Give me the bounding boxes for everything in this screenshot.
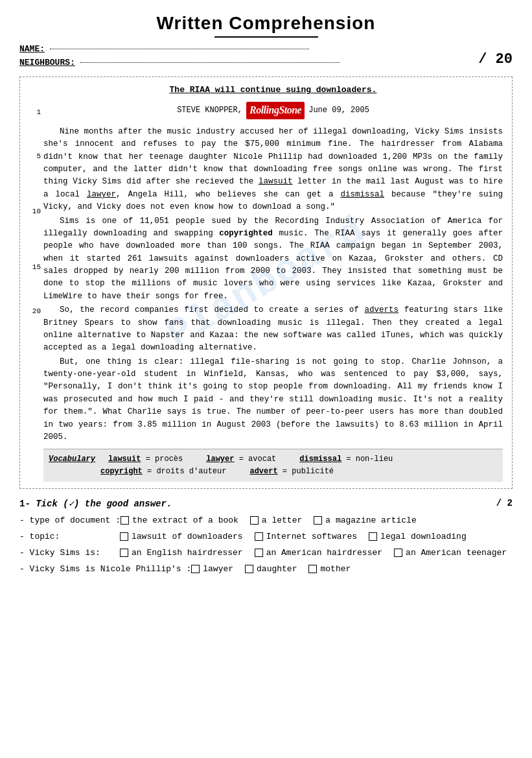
article-title: The RIAA will continue suing downloaders…	[43, 84, 503, 97]
vocab-box: Vocabulary lawsuit = procès lawyer = avo…	[43, 449, 503, 481]
line-num-blank8	[29, 217, 41, 228]
article-inner: 1 5 10 15 20	[29, 84, 503, 482]
line-num-blank11	[29, 251, 41, 262]
score-display: / 20	[465, 51, 513, 67]
neighbours-label: NEIGHBOURS:	[19, 58, 75, 67]
word-adverts: adverts	[364, 305, 399, 314]
line-num-20: 20	[29, 306, 41, 317]
page-title: Written Comprehension	[19, 13, 513, 34]
checkbox-american-hairdresser[interactable]	[255, 549, 263, 557]
q3-option2[interactable]: an American hairdresser	[255, 548, 382, 558]
word-lawyer: lawyer	[87, 190, 116, 199]
checkbox-internet[interactable]	[255, 532, 263, 541]
line-num-blank10	[29, 240, 41, 251]
name-label: NAME:	[19, 44, 45, 54]
q4-option3-label: mother	[320, 564, 351, 574]
line-num-blank14	[29, 295, 41, 306]
paragraph-4: But, one thing is clear: illegal file-sh…	[43, 356, 503, 444]
line-num-blank13	[29, 284, 41, 295]
vocab-lawsuit: lawsuit = procès	[108, 453, 183, 466]
q3-option3-label: an American teenager	[406, 548, 507, 558]
q4-label: - Vicky Sims is Nicole Phillip's :	[19, 564, 191, 574]
q2-option3[interactable]: legal downloading	[369, 532, 467, 541]
header-row: NAME: NEIGHBOURS: / 20	[19, 44, 513, 67]
exercise1-instruction: Tick (✓) the good answer.	[36, 499, 172, 509]
line-num-blank6	[29, 184, 41, 195]
checkbox-lawyer-rel[interactable]	[191, 565, 200, 573]
vocab-label: Vocabulary	[49, 453, 95, 466]
neighbours-line: NEIGHBOURS:	[19, 58, 465, 67]
q2-option2[interactable]: Internet softwares	[255, 532, 357, 541]
vocab-copyright: copyright = droits d'auteur	[100, 466, 226, 478]
q3-option2-label: an American hairdresser	[266, 548, 382, 558]
q4-option1-label: lawyer	[203, 564, 233, 574]
checkbox-mother[interactable]	[308, 565, 317, 573]
article-text: Nine months after the music industry acc…	[43, 126, 503, 444]
q2-option1[interactable]: lawsuit of downloaders	[120, 532, 243, 541]
line-numbers: 1 5 10 15 20	[29, 84, 43, 482]
q3-option3[interactable]: an American teenager	[394, 548, 507, 558]
name-line: NAME:	[19, 44, 465, 54]
exercise1-header: / 2 1- Tick (✓) the good answer.	[19, 498, 513, 509]
q2-option1-label: lawsuit of downloaders	[132, 532, 243, 541]
line-num-blank7	[29, 195, 41, 206]
checkbox-extract[interactable]	[121, 516, 129, 525]
word-lawsuit: lawsuit	[259, 177, 293, 186]
checkbox-american-teenager[interactable]	[394, 549, 402, 557]
q2-option3-label: legal downloading	[380, 532, 467, 541]
q4-option2-label: daughter	[257, 564, 297, 574]
q1-options: the extract of a book a letter a magazin…	[121, 515, 417, 525]
vocab-advert: advert = publicité	[249, 466, 334, 478]
q1-option1[interactable]: the extract of a book	[121, 515, 238, 525]
line-num-15: 15	[29, 262, 41, 273]
q2-options: lawsuit of downloaders Internet software…	[120, 532, 467, 541]
q1-option2-label: a letter	[262, 515, 302, 525]
byline: STEVE KNOPPER, RollingStone June 09, 200…	[43, 102, 503, 119]
q3-options: an English hairdresser an American haird…	[120, 548, 507, 558]
paragraph-2: Sims is one of 11,051 people sued by the…	[43, 215, 503, 303]
rolling-stone-logo: RollingStone	[246, 102, 305, 119]
line-num-blank12	[29, 273, 41, 284]
name-dotted-line	[50, 49, 309, 49]
line-num-blank5	[29, 173, 41, 184]
checkbox-daughter[interactable]	[245, 565, 253, 573]
checkbox-english-hairdresser[interactable]	[120, 549, 128, 557]
checkbox-legal-downloading[interactable]	[369, 532, 377, 541]
article-date: June 09, 2005	[308, 104, 369, 117]
vocab-row-1: Vocabulary lawsuit = procès lawyer = avo…	[49, 453, 498, 466]
q4-options: lawyer daughter mother	[191, 564, 351, 574]
checkbox-magazine[interactable]	[314, 516, 322, 525]
question-type-of-document: - type of document : the extract of a bo…	[19, 515, 513, 525]
byline-author: STEVE KNOPPER,	[177, 104, 242, 117]
line-num-blank16	[29, 328, 41, 339]
checkbox-lawsuit[interactable]	[120, 532, 128, 541]
q4-option2[interactable]: daughter	[245, 564, 297, 574]
question-vicky-sims: - Vicky Sims is: an English hairdresser …	[19, 548, 513, 558]
q1-option3-label: a magazine article	[325, 515, 416, 525]
q3-label: - Vicky Sims is:	[19, 548, 120, 558]
checkbox-letter[interactable]	[250, 516, 259, 525]
q3-option1[interactable]: an English hairdresser	[120, 548, 243, 558]
word-copyrighted: copyrighted	[219, 229, 273, 238]
q1-label: - type of document :	[19, 515, 121, 525]
q2-option2-label: Internet softwares	[266, 532, 357, 541]
q4-option3[interactable]: mother	[308, 564, 351, 574]
line-num-blank1	[29, 118, 41, 129]
exercise1-score: / 2	[496, 498, 513, 508]
q1-option1-label: the extract of a book	[132, 515, 238, 525]
q1-option2[interactable]: a letter	[250, 515, 302, 525]
neighbours-dotted-line	[80, 62, 340, 63]
line-num-blank15	[29, 317, 41, 328]
question-nicole-phillip: - Vicky Sims is Nicole Phillip's : lawye…	[19, 564, 513, 574]
header-left: NAME: NEIGHBOURS:	[19, 44, 465, 67]
vocab-row-2: copyright = droits d'auteur advert = pub…	[49, 466, 498, 478]
question-topic: - topic: lawsuit of downloaders Internet…	[19, 532, 513, 541]
vocab-dismissal: dismissal = non-lieu	[299, 453, 393, 466]
line-num-blank3	[29, 140, 41, 151]
article-box: Planboard 1 5 10 15 20	[19, 77, 513, 489]
line-num-blank9	[29, 229, 41, 240]
line-num-5: 5	[29, 151, 41, 162]
line-num-blank19	[29, 361, 41, 372]
q1-option3[interactable]: a magazine article	[314, 515, 416, 525]
q4-option1[interactable]: lawyer	[191, 564, 233, 574]
